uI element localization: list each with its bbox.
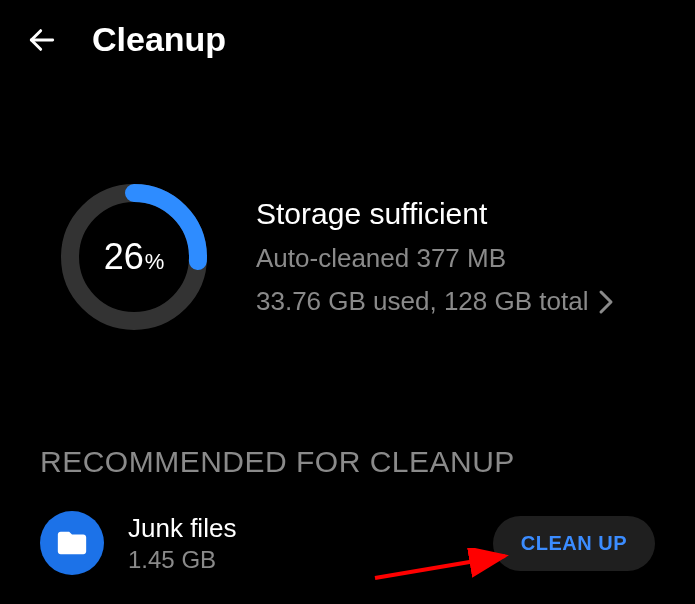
storage-percent: 26 % — [104, 236, 165, 278]
storage-auto-cleaned: Auto-cleaned 377 MB — [256, 243, 614, 274]
chevron-right-icon — [598, 289, 614, 315]
storage-ring: 26 % — [56, 179, 212, 335]
header: Cleanup — [0, 0, 695, 79]
storage-summary[interactable]: 26 % Storage sufficient Auto-cleaned 377… — [0, 79, 695, 375]
arrow-left-icon — [26, 24, 58, 56]
storage-percent-unit: % — [145, 249, 165, 275]
storage-usage-row: 33.76 GB used, 128 GB total — [256, 286, 614, 317]
cleanup-item-size: 1.45 GB — [128, 546, 469, 574]
recommended-heading: RECOMMENDED FOR CLEANUP — [0, 375, 695, 499]
cleanup-item-text: Junk files 1.45 GB — [128, 513, 469, 574]
back-button[interactable] — [24, 22, 60, 58]
cleanup-item-junk-files[interactable]: Junk files 1.45 GB CLEAN UP — [0, 499, 695, 587]
storage-info: Storage sufficient Auto-cleaned 377 MB 3… — [256, 197, 614, 317]
page-title: Cleanup — [92, 20, 226, 59]
cleanup-button[interactable]: CLEAN UP — [493, 516, 655, 571]
folder-icon — [40, 511, 104, 575]
cleanup-item-title: Junk files — [128, 513, 469, 544]
storage-usage: 33.76 GB used, 128 GB total — [256, 286, 588, 317]
storage-status: Storage sufficient — [256, 197, 614, 231]
storage-percent-value: 26 — [104, 236, 144, 278]
